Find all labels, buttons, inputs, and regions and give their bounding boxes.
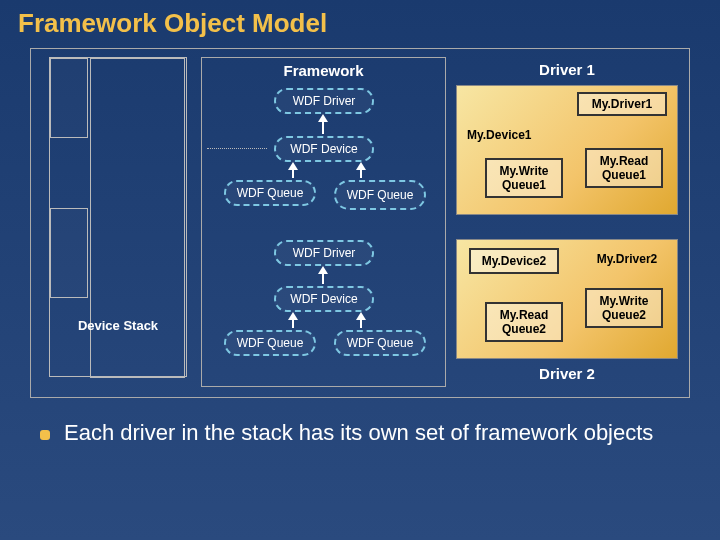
footer-text: Each driver in the stack has its own set… (64, 420, 653, 446)
device-stack-label: Device Stack (50, 318, 186, 333)
wdf-device-2: WDF Device (274, 286, 374, 312)
framework-column: Framework WDF Driver WDF Device WDF Queu… (201, 57, 446, 387)
device-stack-area: Device Stack (49, 57, 187, 377)
my-device1-label: My.Device1 (467, 128, 531, 142)
slide-title: Framework Object Model (0, 0, 720, 43)
my-read-queue2-box: My.Read Queue2 (485, 302, 563, 342)
my-driver1-box: My.Driver1 (577, 92, 667, 116)
my-device2-box: My.Device2 (469, 248, 559, 274)
footer-bullet: Each driver in the stack has its own set… (40, 420, 680, 446)
wdf-device-1: WDF Device (274, 136, 374, 162)
arrow-up-icon (288, 312, 298, 320)
driver1-panel: My.Driver1 My.Device1 My.Write Queue1 My… (456, 85, 678, 215)
my-read-queue1-box: My.Read Queue1 (585, 148, 663, 188)
framework-label: Framework (202, 62, 445, 79)
driver1-title: Driver 1 (456, 61, 678, 78)
wdf-queue-2b: WDF Queue (334, 330, 426, 356)
stack-box-small-bottom (50, 208, 88, 298)
arrow-up-icon (318, 114, 328, 122)
wdf-driver-2: WDF Driver (274, 240, 374, 266)
my-driver2-label: My.Driver2 (585, 246, 669, 272)
wdf-queue-1a: WDF Queue (224, 180, 316, 206)
driver2-title: Driver 2 (456, 365, 678, 382)
wdf-queue-1b: WDF Queue (334, 180, 426, 210)
arrow-up-icon (288, 162, 298, 170)
arrow-up-icon (318, 266, 328, 274)
wdf-driver-1: WDF Driver (274, 88, 374, 114)
diagram-container: Device Stack Framework WDF Driver WDF De… (30, 48, 690, 398)
arrow-up-icon (356, 312, 366, 320)
stack-box-small-top (50, 58, 88, 138)
arrow-up-icon (356, 162, 366, 170)
dotted-line-icon (207, 148, 267, 149)
driver-column: Driver 1 My.Driver1 My.Device1 My.Write … (456, 57, 678, 387)
driver2-panel: My.Device2 My.Driver2 My.Read Queue2 My.… (456, 239, 678, 359)
wdf-queue-2a: WDF Queue (224, 330, 316, 356)
my-write-queue1-box: My.Write Queue1 (485, 158, 563, 198)
bullet-icon (40, 430, 50, 440)
my-write-queue2-box: My.Write Queue2 (585, 288, 663, 328)
